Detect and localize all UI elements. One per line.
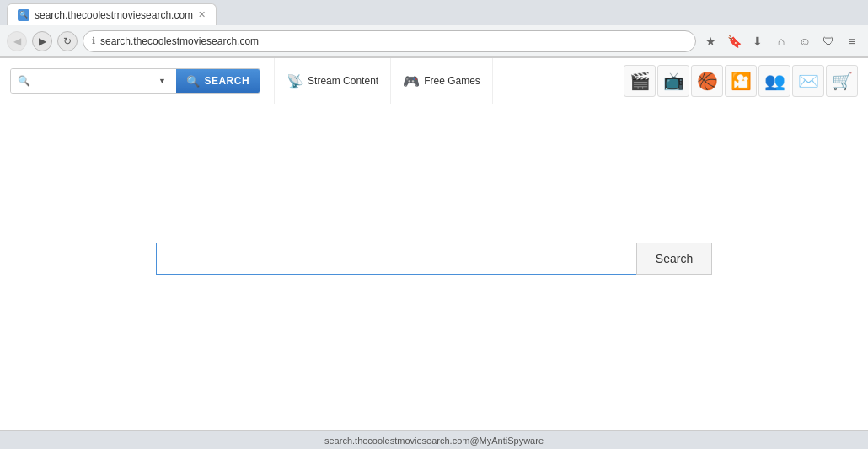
movies-icon: 🎬 bbox=[630, 71, 651, 91]
content-area: Search bbox=[0, 104, 868, 430]
home-button[interactable]: ⌂ bbox=[772, 32, 790, 51]
page-wrapper: 🔍 search.thecoolestmoviesearch.com ✕ ◀ ▶… bbox=[0, 0, 868, 449]
toolbar-search-btn-icon: 🔍 bbox=[186, 75, 201, 88]
center-search-container: Search bbox=[156, 243, 712, 275]
browser-chrome: 🔍 search.thecoolestmoviesearch.com ✕ ◀ ▶… bbox=[0, 0, 868, 58]
address-field[interactable]: ℹ search.thecoolestmoviesearch.com bbox=[83, 30, 696, 52]
bookmark-button[interactable]: 🔖 bbox=[725, 32, 743, 51]
theater-icon-btn[interactable]: 🎦 bbox=[725, 65, 757, 97]
toolbar-search-btn-label: SEARCH bbox=[204, 75, 249, 87]
free-games-label: Free Games bbox=[424, 75, 480, 87]
tv-icon-btn[interactable]: 📺 bbox=[657, 65, 689, 97]
address-bar-row: ◀ ▶ ↻ ℹ search.thecoolestmoviesearch.com… bbox=[0, 25, 868, 57]
mail-icon-btn[interactable]: ✉️ bbox=[792, 65, 824, 97]
sports-icon-btn[interactable]: 🏀 bbox=[691, 65, 723, 97]
status-bar: search.thecoolestmoviesearch.com@MyAntiS… bbox=[0, 430, 868, 449]
tab-close-btn[interactable]: ✕ bbox=[198, 9, 206, 20]
emoji-button[interactable]: ☺ bbox=[796, 32, 814, 51]
movies-icon-btn[interactable]: 🎬 bbox=[624, 65, 656, 97]
search-input-wrap: 🔍 ▼ bbox=[11, 69, 176, 93]
info-icon: ℹ bbox=[92, 35, 95, 46]
main-search-button[interactable]: Search bbox=[636, 243, 712, 275]
sidebar-item-stream-content[interactable]: 📡 Stream Content bbox=[274, 58, 391, 104]
stream-content-label: Stream Content bbox=[308, 75, 378, 87]
shield-button[interactable]: 🛡 bbox=[819, 32, 838, 51]
search-icon-small: 🔍 bbox=[18, 75, 30, 87]
tab-bar: 🔍 search.thecoolestmoviesearch.com ✕ bbox=[0, 0, 868, 25]
sidebar-item-free-games[interactable]: 🎮 Free Games bbox=[391, 58, 493, 104]
tv-icon: 📺 bbox=[663, 71, 684, 91]
forward-icon: ▶ bbox=[39, 35, 46, 47]
download-button[interactable]: ⬇ bbox=[748, 32, 767, 51]
toolbar-search-input[interactable] bbox=[34, 75, 152, 87]
tab-title: search.thecoolestmoviesearch.com bbox=[35, 9, 193, 21]
refresh-button[interactable]: ↻ bbox=[57, 31, 78, 51]
back-button[interactable]: ◀ bbox=[7, 31, 27, 51]
forward-button[interactable]: ▶ bbox=[32, 31, 52, 51]
toolbar: 🔍 ▼ 🔍 SEARCH 📡 Stream Content 🎮 Free Gam… bbox=[0, 58, 868, 104]
mail-icon: ✉️ bbox=[798, 71, 819, 91]
back-icon: ◀ bbox=[13, 35, 21, 47]
menu-button[interactable]: ≡ bbox=[843, 32, 861, 51]
people-icon: 👥 bbox=[764, 71, 785, 91]
main-search-input[interactable] bbox=[156, 243, 636, 275]
star-button[interactable]: ★ bbox=[701, 32, 720, 51]
free-games-icon: 🎮 bbox=[403, 73, 420, 89]
url-text: search.thecoolestmoviesearch.com bbox=[100, 35, 259, 47]
active-tab[interactable]: 🔍 search.thecoolestmoviesearch.com ✕ bbox=[7, 3, 217, 25]
theater-icon: 🎦 bbox=[731, 71, 752, 91]
stream-content-icon: 📡 bbox=[287, 73, 303, 89]
refresh-icon: ↻ bbox=[63, 35, 72, 47]
tab-favicon: 🔍 bbox=[18, 9, 29, 21]
toolbar-right-icons: 🎬 📺 🏀 🎦 👥 ✉️ 🛒 bbox=[624, 65, 858, 97]
cart-icon-btn[interactable]: 🛒 bbox=[826, 65, 858, 97]
toolbar-nav-items: 📡 Stream Content 🎮 Free Games bbox=[274, 58, 493, 104]
sports-icon: 🏀 bbox=[697, 71, 718, 91]
status-bar-text: search.thecoolestmoviesearch.com@MyAntiS… bbox=[324, 436, 544, 446]
people-icon-btn[interactable]: 👥 bbox=[758, 65, 790, 97]
toolbar-search-box: 🔍 ▼ 🔍 SEARCH bbox=[10, 68, 260, 94]
dropdown-arrow-icon[interactable]: ▼ bbox=[155, 77, 169, 85]
toolbar-search-button[interactable]: 🔍 SEARCH bbox=[176, 69, 260, 93]
cart-icon: 🛒 bbox=[832, 71, 853, 91]
